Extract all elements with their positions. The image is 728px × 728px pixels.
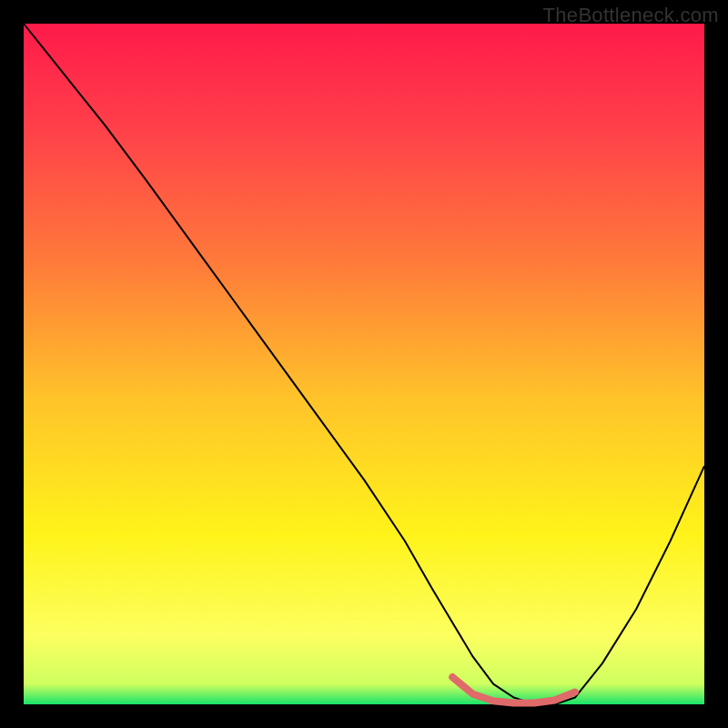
series-bottleneck-curve bbox=[24, 24, 704, 704]
chart-frame: TheBottleneck.com bbox=[0, 0, 728, 728]
chart-svg bbox=[24, 24, 704, 704]
watermark-text: TheBottleneck.com bbox=[543, 4, 719, 27]
plot-area bbox=[24, 24, 704, 704]
series-optimal-band bbox=[452, 677, 575, 703]
